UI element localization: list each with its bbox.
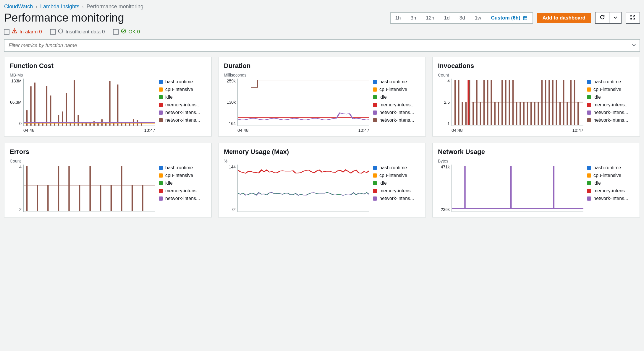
time-range-3d[interactable]: 3d: [455, 13, 470, 23]
svg-point-6: [525, 18, 526, 18]
legend-item[interactable]: memory-intens...: [159, 102, 206, 108]
time-range-custom[interactable]: Custom (6h): [486, 13, 532, 23]
legend-item[interactable]: bash-runtime: [159, 165, 206, 170]
legend-label: network-intens...: [165, 110, 200, 115]
legend-item[interactable]: memory-intens...: [587, 102, 634, 108]
legend-item[interactable]: cpu-intensive: [159, 173, 206, 178]
status-in-alarm-label: In alarm 0: [20, 29, 42, 35]
svg-point-15: [61, 31, 62, 31]
legend-item[interactable]: bash-runtime: [587, 165, 634, 170]
legend-swatch: [159, 196, 163, 201]
legend-item[interactable]: idle: [159, 181, 206, 186]
legend-item[interactable]: cpu-intensive: [159, 87, 206, 92]
legend-swatch: [373, 181, 377, 185]
legend-item[interactable]: network-intens...: [587, 118, 634, 123]
legend-swatch: [587, 103, 591, 107]
legend-swatch: [373, 189, 377, 193]
legend-item[interactable]: idle: [159, 95, 206, 100]
panel-title: Function Cost: [10, 62, 206, 70]
time-range-1h[interactable]: 1h: [391, 13, 406, 23]
y-tick: 471k: [441, 165, 450, 169]
legend-item[interactable]: idle: [373, 95, 420, 100]
legend-label: network-intens...: [593, 196, 628, 201]
legend-item[interactable]: network-intens...: [159, 118, 206, 123]
legend: bash-runtime cpu-intensive idle memory-i…: [373, 165, 420, 214]
legend-item[interactable]: network-intens...: [159, 196, 206, 201]
chart-area[interactable]: 259k130k164 04:4810:47: [224, 79, 369, 133]
legend-item[interactable]: network-intens...: [587, 196, 634, 201]
chart-area[interactable]: 42: [10, 165, 155, 214]
time-range-1w[interactable]: 1w: [470, 13, 486, 23]
svg-point-7: [524, 19, 524, 19]
time-range-12h[interactable]: 12h: [421, 13, 439, 23]
legend-item[interactable]: network-intens...: [373, 196, 420, 201]
legend-item[interactable]: bash-runtime: [159, 79, 206, 84]
status-insufficient-checkbox[interactable]: [50, 29, 56, 35]
legend-item[interactable]: memory-intens...: [373, 188, 420, 194]
status-in-alarm-checkbox[interactable]: [4, 29, 9, 35]
add-to-dashboard-button[interactable]: Add to dashboard: [537, 13, 591, 23]
legend-item[interactable]: idle: [373, 181, 420, 186]
legend-item[interactable]: cpu-intensive: [587, 87, 634, 92]
chart-area[interactable]: 42.51 04:4810:47: [438, 79, 583, 133]
panel-title: Errors: [10, 148, 206, 156]
legend-label: idle: [165, 95, 173, 100]
breadcrumb-root[interactable]: CloudWatch: [4, 4, 33, 10]
time-range-3h[interactable]: 3h: [406, 13, 421, 23]
x-tick: 04:48: [23, 128, 35, 133]
legend-item[interactable]: network-intens...: [587, 110, 634, 115]
legend: bash-runtime cpu-intensive idle memory-i…: [373, 79, 420, 133]
legend-label: memory-intens...: [593, 188, 629, 194]
plot: [237, 165, 369, 212]
time-range-1d[interactable]: 1d: [439, 13, 455, 23]
legend-label: network-intens...: [593, 110, 628, 115]
legend-swatch: [373, 80, 377, 84]
panels-grid: Function Cost MB-Ms 133M66.3M0 04:4810:4…: [4, 57, 640, 217]
x-tick: 10:47: [358, 128, 369, 133]
refresh-menu-button[interactable]: [609, 12, 622, 24]
chart-area[interactable]: 14472: [224, 165, 369, 214]
refresh-button[interactable]: [595, 12, 609, 24]
status-ok-checkbox[interactable]: [113, 29, 119, 35]
plot: [452, 165, 583, 212]
legend-item[interactable]: bash-runtime: [373, 79, 420, 84]
legend-label: bash-runtime: [165, 165, 193, 170]
legend-label: cpu-intensive: [593, 173, 621, 178]
legend-label: idle: [593, 181, 601, 186]
legend-item[interactable]: idle: [587, 95, 634, 100]
y-tick: 2.5: [444, 100, 450, 105]
legend-item[interactable]: cpu-intensive: [373, 173, 420, 178]
legend-swatch: [373, 173, 377, 178]
legend-item[interactable]: memory-intens...: [587, 188, 634, 194]
breadcrumb-mid[interactable]: Lambda Insights: [40, 4, 79, 10]
legend-item[interactable]: bash-runtime: [373, 165, 420, 170]
legend-item[interactable]: cpu-intensive: [373, 87, 420, 92]
svg-point-4: [524, 18, 524, 18]
legend-item[interactable]: memory-intens...: [159, 188, 206, 194]
legend-swatch: [373, 196, 377, 201]
plot: [23, 165, 155, 212]
y-axis: 133M66.3M0: [10, 79, 23, 126]
fullscreen-button[interactable]: [626, 12, 640, 24]
y-tick: 130k: [227, 100, 236, 105]
panel-title: Invocations: [438, 62, 634, 70]
legend-item[interactable]: network-intens...: [373, 118, 420, 123]
metric-panel: Function Cost MB-Ms 133M66.3M0 04:4810:4…: [4, 57, 212, 136]
panel-unit: Milliseconds: [224, 73, 420, 77]
legend-swatch: [159, 181, 163, 185]
legend-swatch: [373, 118, 377, 122]
legend-item[interactable]: idle: [587, 181, 634, 186]
legend-swatch: [159, 80, 163, 84]
legend-swatch: [159, 95, 163, 99]
legend-item[interactable]: memory-intens...: [373, 102, 420, 108]
legend-item[interactable]: network-intens...: [373, 110, 420, 115]
legend-item[interactable]: bash-runtime: [587, 79, 634, 84]
status-ok-label: OK 0: [129, 29, 140, 35]
legend-swatch: [159, 189, 163, 193]
legend-item[interactable]: cpu-intensive: [587, 173, 634, 178]
filter-metrics-input[interactable]: [4, 39, 640, 52]
y-tick: 2: [19, 207, 22, 212]
legend-item[interactable]: network-intens...: [159, 110, 206, 115]
chart-area[interactable]: 471k236k: [438, 165, 583, 214]
chart-area[interactable]: 133M66.3M0 04:4810:47: [10, 79, 155, 133]
